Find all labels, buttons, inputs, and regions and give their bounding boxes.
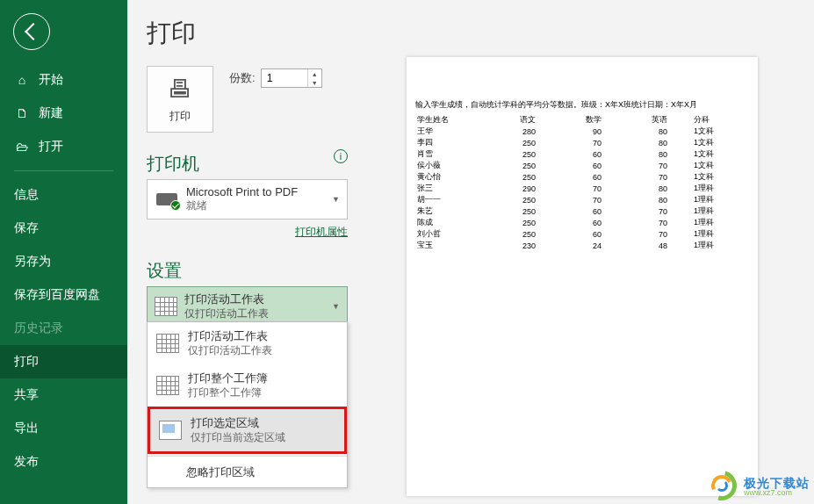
printer-icon: 🖶 [168,75,192,104]
printer-properties-link[interactable]: 打印机属性 [295,226,348,238]
copies-label: 份数: [229,70,256,86]
nav-open[interactable]: 🗁打开 [0,130,127,163]
printer-section-title: 打印机 [147,152,199,176]
dd-item-active-sheets[interactable]: 打印活动工作表仅打印活动工作表 [148,322,347,364]
setting-title: 打印活动工作表 [184,292,269,307]
nav-share[interactable]: 共享 [0,378,127,412]
spinner-down-icon[interactable]: ▼ [308,78,321,87]
preview-table: 学生姓名语文数学英语分科王华28090801文科李四25070801文科肖雪25… [415,114,753,251]
selection-icon [159,421,182,440]
nav-label: 共享 [14,387,39,403]
back-arrow-icon [25,23,42,40]
logo-text-cn: 极光下载站 [744,477,810,489]
dd-item-selection[interactable]: 打印选定区域仅打印当前选定区域 [148,407,347,454]
info-icon[interactable]: i [334,149,348,163]
nav-label: 新建 [39,105,63,121]
nav-export[interactable]: 导出 [0,412,127,445]
nav-label: 打开 [39,139,63,155]
printer-dropdown[interactable]: Microsoft Print to PDF 就绪 ▼ [147,179,348,220]
print-button-label: 打印 [169,109,191,124]
nav-label: 信息 [14,187,39,203]
nav-separator [14,170,113,171]
dd-separator [148,456,347,457]
preview-page: 输入学生成绩，自动统计学科的平均分等数据。班级：X年X班统计日期：X年X月 学生… [407,57,758,496]
nav-info[interactable]: 信息 [0,178,127,212]
setting-subtitle: 仅打印活动工作表 [184,307,269,320]
dd-title: 打印选定区域 [191,416,285,431]
watermark-logo: 极光下载站 www.xz7.com [707,471,810,502]
workbook-icon [156,376,179,395]
printer-status: 就绪 [186,198,340,213]
print-what-menu: 打印活动工作表仅打印活动工作表 打印整个工作簿打印整个工作簿 打印选定区域仅打印… [147,321,348,488]
dd-title: 打印整个工作簿 [188,371,268,386]
backstage-sidebar: ⌂开始 🗋新建 🗁打开 信息 保存 另存为 保存到百度网盘 历史记录 打印 共享… [0,0,127,504]
nav-history: 历史记录 [0,312,127,345]
file-icon: 🗋 [14,105,30,121]
worksheet-icon [155,297,177,316]
dd-subtitle: 仅打印活动工作表 [188,344,272,357]
chevron-down-icon: ▼ [332,195,340,204]
chevron-down-icon: ▼ [332,302,340,311]
nav-saveas[interactable]: 另存为 [0,245,127,278]
nav-label: 开始 [39,72,63,88]
back-button[interactable] [13,13,50,50]
nav-label: 保存到百度网盘 [14,287,100,303]
print-button[interactable]: 🖶 打印 [147,66,213,133]
worksheet-icon [156,334,179,353]
printer-name: Microsoft Print to PDF [186,185,340,198]
nav-label: 导出 [14,421,39,436]
home-icon: ⌂ [14,72,30,88]
dd-item-entire-workbook[interactable]: 打印整个工作簿打印整个工作簿 [148,364,347,407]
dd-title: 打印活动工作表 [188,329,272,344]
nav-label: 发布 [14,454,39,470]
nav-save-baidu[interactable]: 保存到百度网盘 [0,278,127,312]
nav-label: 打印 [14,354,39,370]
nav-print[interactable]: 打印 [0,345,127,378]
logo-text-en: www.xz7.com [744,489,810,497]
nav-new[interactable]: 🗋新建 [0,97,127,130]
nav-save[interactable]: 保存 [0,212,127,245]
logo-icon [707,471,740,502]
nav-publish[interactable]: 发布 [0,445,127,479]
copies-input[interactable] [262,69,307,87]
nav-label: 另存为 [14,254,51,270]
nav-label: 历史记录 [14,320,63,336]
spinner-up-icon[interactable]: ▲ [308,69,321,78]
folder-icon: 🗁 [14,139,30,155]
print-preview: 输入学生成绩，自动统计学科的平均分等数据。班级：X年X班统计日期：X年X月 学生… [367,53,814,500]
nav-label: 保存 [14,220,39,236]
dd-subtitle: 仅打印当前选定区域 [191,431,285,444]
dd-ignore-print-area[interactable]: 忽略打印区域 [148,458,347,487]
copies-spinner[interactable]: ▲▼ [261,68,322,88]
printer-status-icon [155,190,179,209]
preview-note: 输入学生成绩，自动统计学科的平均分等数据。班级：X年X班统计日期：X年X月 [415,99,753,111]
nav-home[interactable]: ⌂开始 [0,63,127,97]
dd-subtitle: 打印整个工作簿 [188,386,268,400]
